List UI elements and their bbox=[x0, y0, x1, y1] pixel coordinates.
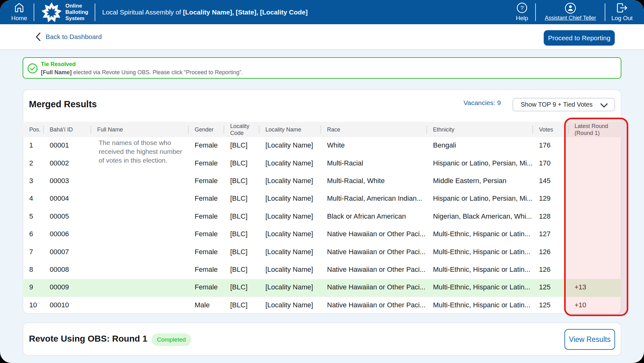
svg-text:?: ? bbox=[520, 5, 524, 11]
